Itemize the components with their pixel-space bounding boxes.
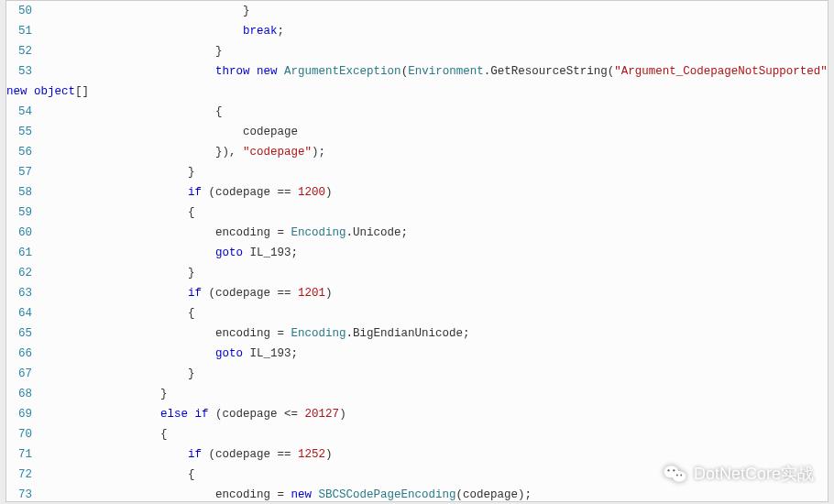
code-content: goto IL_193; xyxy=(38,344,298,364)
code-line: 59 { xyxy=(6,203,828,223)
line-number: 50 xyxy=(6,1,38,21)
code-content: { xyxy=(38,102,223,122)
code-line: 72 { xyxy=(6,465,828,485)
code-content: } xyxy=(38,384,168,404)
code-line: 69 else if (codepage <= 20127) xyxy=(6,404,828,424)
line-number: 60 xyxy=(6,223,38,243)
code-line: 63 if (codepage == 1201) xyxy=(6,283,828,303)
line-number: 51 xyxy=(6,21,38,41)
code-content: { xyxy=(38,203,195,223)
code-content: } xyxy=(38,364,195,384)
code-content: goto IL_193; xyxy=(38,243,298,263)
code-content: encoding = new SBCSCodePageEncoding(code… xyxy=(38,485,532,502)
code-content: }), "codepage"); xyxy=(38,142,325,162)
code-line: 62 } xyxy=(6,263,828,283)
line-number: 56 xyxy=(6,142,38,162)
code-content: encoding = Encoding.Unicode; xyxy=(38,223,408,243)
line-number: 72 xyxy=(6,465,38,485)
line-number: 62 xyxy=(6,263,38,283)
code-content: } xyxy=(38,162,195,182)
line-number: 68 xyxy=(6,384,38,404)
code-content: throw new ArgumentException(Environment.… xyxy=(38,61,829,82)
code-line: 60 encoding = Encoding.Unicode; xyxy=(6,223,828,243)
code-line: 50 } xyxy=(6,1,828,21)
line-number: 58 xyxy=(6,182,38,203)
line-number: 57 xyxy=(6,162,38,182)
line-number: 61 xyxy=(6,243,38,263)
line-number: 59 xyxy=(6,203,38,223)
code-content: new object[] xyxy=(6,82,89,102)
code-content: if (codepage == 1200) xyxy=(38,182,333,203)
line-number: 66 xyxy=(6,344,38,364)
line-number: 65 xyxy=(6,323,38,344)
line-number: 55 xyxy=(6,122,38,142)
line-number: 71 xyxy=(6,444,38,465)
code-content: } xyxy=(38,41,223,61)
code-line: 58 if (codepage == 1200) xyxy=(6,182,828,203)
code-line: 57 } xyxy=(6,162,828,182)
code-line: 56 }), "codepage"); xyxy=(6,142,828,162)
code-content: else if (codepage <= 20127) xyxy=(38,404,346,424)
code-line: 73 encoding = new SBCSCodePageEncoding(c… xyxy=(6,485,828,502)
code-line: 70 { xyxy=(6,424,828,444)
code-line: new object[] xyxy=(6,82,828,102)
code-content: { xyxy=(38,424,168,444)
code-editor[interactable]: 50 }51 break;52 }53 throw new ArgumentEx… xyxy=(5,0,829,502)
code-line: 55 codepage xyxy=(6,122,828,142)
code-line: 53 throw new ArgumentException(Environme… xyxy=(6,61,828,82)
code-content: } xyxy=(38,1,250,21)
line-number: 70 xyxy=(6,424,38,444)
code-line: 65 encoding = Encoding.BigEndianUnicode; xyxy=(6,323,828,344)
line-number: 69 xyxy=(6,404,38,424)
code-content: if (codepage == 1252) xyxy=(38,444,333,465)
code-content: break; xyxy=(38,21,284,41)
code-content: { xyxy=(38,303,195,323)
code-line: 54 { xyxy=(6,102,828,122)
code-line: 61 goto IL_193; xyxy=(6,243,828,263)
code-line: 66 goto IL_193; xyxy=(6,344,828,364)
line-number: 64 xyxy=(6,303,38,323)
code-content: { xyxy=(38,465,195,485)
code-line: 52 } xyxy=(6,41,828,61)
line-number: 73 xyxy=(6,485,38,502)
code-line: 51 break; xyxy=(6,21,828,41)
line-number: 54 xyxy=(6,102,38,122)
line-number: 53 xyxy=(6,61,38,82)
line-number: 63 xyxy=(6,283,38,303)
code-content: } xyxy=(38,263,195,283)
code-line: 64 { xyxy=(6,303,828,323)
code-content: if (codepage == 1201) xyxy=(38,283,333,303)
code-line: 68 } xyxy=(6,384,828,404)
code-line: 71 if (codepage == 1252) xyxy=(6,444,828,465)
line-number: 52 xyxy=(6,41,38,61)
line-number: 67 xyxy=(6,364,38,384)
code-line: 67 } xyxy=(6,364,828,384)
code-content: encoding = Encoding.BigEndianUnicode; xyxy=(38,323,470,344)
code-content: codepage xyxy=(38,122,298,142)
code-body: 50 }51 break;52 }53 throw new ArgumentEx… xyxy=(6,1,828,502)
